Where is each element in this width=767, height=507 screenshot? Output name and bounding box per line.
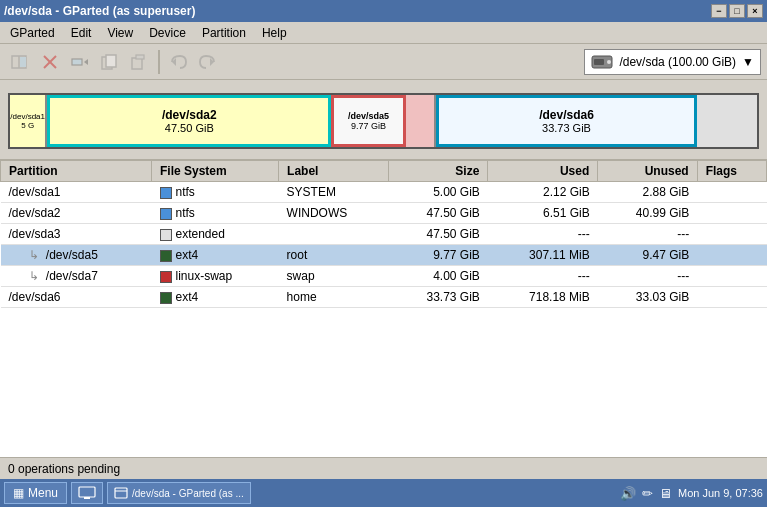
taskbar: ▦ Menu /dev/sda - GParted (as ... 🔊 ✏ 🖥 … (0, 479, 767, 507)
resize-button[interactable] (66, 48, 94, 76)
cell-unused: 40.99 GiB (598, 203, 697, 224)
col-flags: Flags (697, 161, 766, 182)
cell-filesystem: linux-swap (152, 266, 279, 287)
menu-help[interactable]: Help (256, 24, 293, 42)
menu-label: Menu (28, 486, 58, 500)
cell-label: root (279, 245, 389, 266)
cell-flags (697, 287, 766, 308)
col-partition: Partition (1, 161, 152, 182)
svg-rect-15 (594, 59, 604, 65)
sda2-size: 47.50 GiB (165, 122, 214, 134)
svg-rect-10 (136, 55, 144, 59)
cell-partition: /dev/sda3 (1, 224, 152, 245)
svg-point-14 (607, 60, 611, 64)
new-partition-button[interactable] (6, 48, 34, 76)
cell-partition: /dev/sda2 (1, 203, 152, 224)
cell-size: 9.77 GiB (388, 245, 487, 266)
minimize-button[interactable]: − (711, 4, 727, 18)
cell-used: --- (488, 224, 598, 245)
menubar: GParted Edit View Device Partition Help (0, 22, 767, 44)
menu-edit[interactable]: Edit (65, 24, 98, 42)
svg-rect-9 (132, 58, 142, 69)
partition-sda6-visual[interactable]: /dev/sda6 33.73 GiB (436, 95, 697, 147)
taskbar-menu-button[interactable]: ▦ Menu (4, 482, 67, 504)
cell-size: 47.50 GiB (388, 203, 487, 224)
cell-partition: ↳ /dev/sda5 (1, 245, 152, 266)
menu-device[interactable]: Device (143, 24, 192, 42)
cell-unused: 33.03 GiB (598, 287, 697, 308)
disk-visual: /dev/sda1 5 G /dev/sda2 47.50 GiB /dev/s… (0, 80, 767, 160)
cell-size: 5.00 GiB (388, 182, 487, 203)
table-row[interactable]: ↳ /dev/sda7 linux-swap swap 4.00 GiB ---… (1, 266, 767, 287)
menu-partition[interactable]: Partition (196, 24, 252, 42)
taskbar-window-button[interactable]: /dev/sda - GParted (as ... (107, 482, 251, 504)
cell-flags (697, 266, 766, 287)
svg-marker-6 (84, 59, 88, 65)
partitions-table: Partition File System Label Size Used Un… (0, 160, 767, 308)
col-size: Size (388, 161, 487, 182)
sda5-size: 9.77 GiB (351, 121, 386, 131)
partition-sda1-visual[interactable]: /dev/sda1 5 G (10, 95, 47, 147)
disk-bar: /dev/sda1 5 G /dev/sda2 47.50 GiB /dev/s… (8, 93, 759, 149)
device-label: /dev/sda (100.00 GiB) (619, 55, 736, 69)
device-selector[interactable]: /dev/sda (100.00 GiB) ▼ (584, 49, 761, 75)
cell-flags (697, 245, 766, 266)
display-icon[interactable]: 🖥 (659, 486, 672, 501)
cell-filesystem: ext4 (152, 245, 279, 266)
toolbar: /dev/sda (100.00 GiB) ▼ (0, 44, 767, 80)
col-used: Used (488, 161, 598, 182)
cell-unused: --- (598, 266, 697, 287)
menu-view[interactable]: View (101, 24, 139, 42)
sda5-name: /dev/sda5 (348, 111, 389, 121)
table-row[interactable]: ↳ /dev/sda5 ext4 root 9.77 GiB 307.11 Mi… (1, 245, 767, 266)
partition-sda2-visual[interactable]: /dev/sda2 47.50 GiB (47, 95, 331, 147)
cell-used: 307.11 MiB (488, 245, 598, 266)
cell-size: 4.00 GiB (388, 266, 487, 287)
statusbar: 0 operations pending (0, 457, 767, 479)
cell-flags (697, 203, 766, 224)
cell-partition: /dev/sda1 (1, 182, 152, 203)
col-unused: Unused (598, 161, 697, 182)
cell-label (279, 224, 389, 245)
partition-table: Partition File System Label Size Used Un… (0, 160, 767, 457)
operations-pending: 0 operations pending (8, 462, 120, 476)
cell-size: 47.50 GiB (388, 224, 487, 245)
col-filesystem: File System (152, 161, 279, 182)
undo-button[interactable] (164, 48, 192, 76)
svg-rect-5 (72, 59, 82, 65)
close-button[interactable]: × (747, 4, 763, 18)
taskbar-monitor-button[interactable] (71, 482, 103, 504)
svg-rect-2 (20, 57, 26, 67)
cell-used: 6.51 GiB (488, 203, 598, 224)
partition-sda7-visual[interactable] (406, 95, 436, 147)
sda2-name: /dev/sda2 (162, 108, 217, 122)
toolbar-separator-1 (158, 50, 160, 74)
delete-partition-button[interactable] (36, 48, 64, 76)
cell-used: --- (488, 266, 598, 287)
table-header-row: Partition File System Label Size Used Un… (1, 161, 767, 182)
pen-icon[interactable]: ✏ (642, 486, 653, 501)
svg-rect-8 (106, 55, 116, 67)
cell-filesystem: ntfs (152, 203, 279, 224)
unallocated-visual (697, 95, 757, 147)
cell-label: swap (279, 266, 389, 287)
partition-sda5-visual[interactable]: /dev/sda5 9.77 GiB (331, 95, 406, 147)
menu-icon: ▦ (13, 486, 24, 500)
cell-partition: /dev/sda6 (1, 287, 152, 308)
table-row[interactable]: /dev/sda3 extended 47.50 GiB --- --- (1, 224, 767, 245)
table-row[interactable]: /dev/sda2 ntfs WINDOWS 47.50 GiB 6.51 Gi… (1, 203, 767, 224)
paste-button[interactable] (126, 48, 154, 76)
cell-unused: --- (598, 224, 697, 245)
titlebar-controls: − □ × (711, 4, 763, 18)
cell-filesystem: extended (152, 224, 279, 245)
menu-gparted[interactable]: GParted (4, 24, 61, 42)
cell-size: 33.73 GiB (388, 287, 487, 308)
table-row[interactable]: /dev/sda1 ntfs SYSTEM 5.00 GiB 2.12 GiB … (1, 182, 767, 203)
redo-button[interactable] (194, 48, 222, 76)
maximize-button[interactable]: □ (729, 4, 745, 18)
volume-icon[interactable]: 🔊 (620, 486, 636, 501)
cell-label: WINDOWS (279, 203, 389, 224)
window-label: /dev/sda - GParted (as ... (132, 488, 244, 499)
table-row[interactable]: /dev/sda6 ext4 home 33.73 GiB 718.18 MiB… (1, 287, 767, 308)
copy-button[interactable] (96, 48, 124, 76)
